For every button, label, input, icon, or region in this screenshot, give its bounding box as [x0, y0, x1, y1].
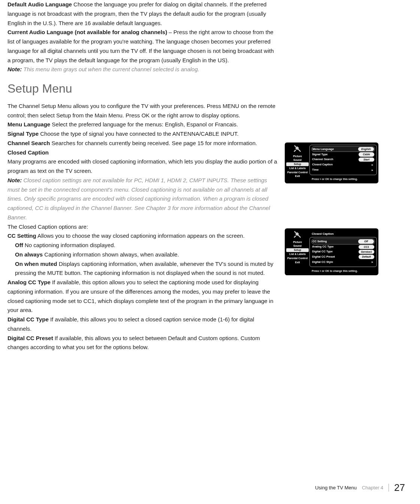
menu-row-digital-cc-type[interactable]: Digital CC TypeService1 — [311, 249, 375, 254]
footer-chapter: Chapter 4 — [362, 484, 389, 492]
menu-hint: Press > or OK to change this setting. — [309, 175, 377, 182]
sidebar-item-setup[interactable]: Setup — [286, 162, 309, 166]
footer-page-number: 27 — [389, 480, 405, 496]
signal-type-paragraph: Signal Type Choose the type of signal yo… — [7, 129, 277, 139]
cc-menu-screenshot: Picture Sound Setup List & Labels Parent… — [285, 228, 378, 275]
menu-row-cc[interactable]: Closed Caption▸ — [311, 162, 375, 167]
setup-menu-title: Setup Menu — [7, 79, 277, 99]
menu-row-signal[interactable]: Signal TypeCable — [311, 152, 375, 157]
channel-search-paragraph: Channel Search Searches for channels cur… — [7, 139, 277, 148]
chevron-right-icon: ▸ — [372, 162, 374, 167]
digital-cc-type-paragraph: Digital CC Type If available, this allow… — [7, 315, 277, 334]
sidebar-item-picture[interactable]: Picture — [286, 240, 309, 244]
menu-language-paragraph: Menu Language Select the preferred langu… — [7, 120, 277, 129]
sidebar-item-parental[interactable]: Parental Control — [286, 256, 309, 260]
side-column: Picture Sound Setup List & Labels Parent… — [285, 0, 382, 352]
page-footer: Using the TV Menu Chapter 4 27 — [315, 480, 405, 496]
note-cc: Note: Closed caption settings are not av… — [7, 176, 277, 222]
menu-sidebar: Picture Sound Setup List & Labels Parent… — [286, 231, 309, 274]
setup-menu-screenshot: Picture Sound Setup List & Labels Parent… — [285, 142, 378, 183]
cc-off-paragraph: Off No captioning information displayed. — [7, 241, 277, 250]
cc-on-always-paragraph: On always Captioning information shown a… — [7, 250, 277, 260]
menu-row-digital-cc-style[interactable]: Digital CC Style▸ — [311, 260, 375, 265]
sidebar-item-exit[interactable]: Exit — [286, 260, 309, 264]
main-content: Default Audio Language Choose the langua… — [7, 0, 277, 352]
chevron-right-icon: ▸ — [372, 260, 374, 264]
sidebar-item-list-labels[interactable]: List & Labels — [286, 252, 309, 256]
default-audio-paragraph: Default Audio Language Choose the langua… — [7, 0, 277, 28]
tools-icon — [293, 231, 302, 239]
sidebar-item-exit[interactable]: Exit — [286, 174, 309, 178]
default-audio-heading: Default Audio Language — [7, 1, 72, 8]
cc-setting-paragraph: CC Setting Allows you to choose the way … — [7, 231, 277, 241]
chevron-right-icon: ▸ — [372, 168, 374, 172]
menu-row-analog-cc[interactable]: Analog CC TypeCC1 — [311, 244, 375, 249]
digital-cc-preset-paragraph: Digital CC Preset If available, this all… — [7, 334, 277, 352]
cc-submenu-title: Closed Caption — [309, 231, 377, 237]
menu-row-time[interactable]: Time▸ — [311, 167, 375, 172]
menu-row-language[interactable]: Menu LanguageEnglish — [311, 146, 375, 152]
menu-row-digital-cc-preset[interactable]: Digital CC PresetDefault — [311, 254, 375, 259]
current-audio-heading: Current Audio Language (not available fo… — [7, 29, 167, 35]
setup-intro: The Channel Setup Menu allows you to con… — [7, 102, 277, 120]
tools-icon — [293, 145, 302, 153]
closed-caption-heading: Closed Caption — [7, 149, 49, 156]
current-audio-paragraph: Current Audio Language (not available fo… — [7, 28, 277, 65]
sidebar-item-sound[interactable]: Sound — [286, 244, 309, 248]
sidebar-item-setup[interactable]: Setup — [286, 248, 309, 252]
menu-row-search[interactable]: Channel SearchStart — [311, 157, 375, 162]
menu-row-cc-setting[interactable]: CC SettingOff — [311, 238, 375, 244]
sidebar-item-sound[interactable]: Sound — [286, 158, 309, 162]
analog-cc-paragraph: Analog CC Type If available, this option… — [7, 278, 277, 315]
menu-hint: Press > or OK to change this setting. — [309, 267, 377, 274]
sidebar-item-parental[interactable]: Parental Control — [286, 170, 309, 174]
cc-options-intro: The Closed Caption options are: — [7, 222, 277, 232]
sidebar-item-picture[interactable]: Picture — [286, 154, 309, 158]
menu-sidebar: Picture Sound Setup List & Labels Parent… — [286, 145, 309, 182]
closed-caption-body: Many programs are encoded with closed ca… — [7, 157, 277, 176]
footer-section: Using the TV Menu — [315, 484, 362, 492]
menu-main: Closed Caption CC SettingOff Analog CC T… — [309, 231, 377, 274]
menu-main: Menu LanguageEnglish Signal TypeCable Ch… — [309, 145, 377, 182]
note-analog: Note: This menu item grays out when the … — [7, 65, 277, 74]
sidebar-item-list-labels[interactable]: List & Labels — [286, 166, 309, 170]
cc-on-muted-paragraph: On when muted Displays captioning inform… — [7, 260, 277, 278]
